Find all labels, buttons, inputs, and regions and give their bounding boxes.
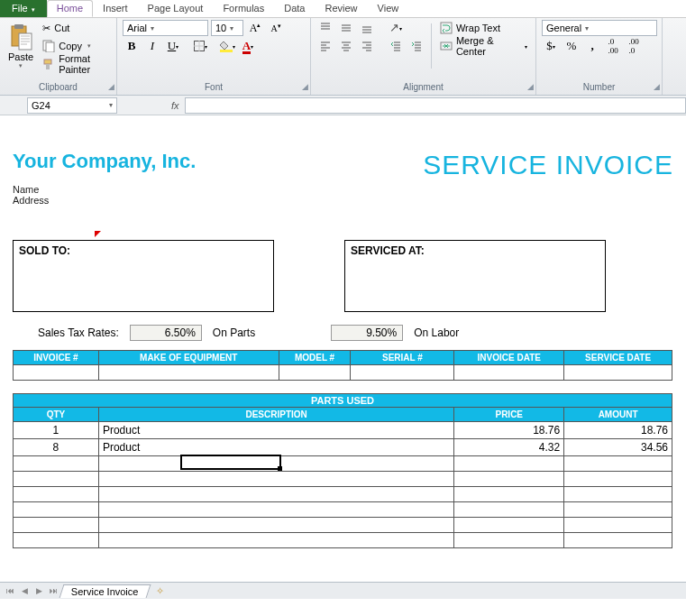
col-invoice: INVOICE # — [14, 351, 99, 365]
wrap-text-label: Wrap Text — [456, 23, 500, 33]
tax-labor-cell[interactable]: 9.50% — [331, 325, 403, 341]
font-size-dropdown[interactable]: 10▾ — [211, 20, 243, 36]
align-bottom-icon — [361, 23, 372, 33]
paste-label: Paste — [8, 51, 33, 62]
tab-insert[interactable]: Insert — [93, 0, 138, 17]
col-desc: DESCRIPTION — [99, 408, 454, 422]
col-amount: AMOUNT — [564, 408, 672, 422]
tab-formulas[interactable]: Formulas — [213, 0, 274, 17]
fill-color-button[interactable]: ▾ — [218, 38, 236, 54]
table-row[interactable]: 8 Product 4.32 34.56 — [14, 439, 672, 456]
new-sheet-button[interactable]: ✧ — [156, 585, 164, 597]
decrease-indent-button[interactable] — [387, 38, 405, 54]
accounting-format-button[interactable]: $▾ — [542, 38, 560, 54]
number-launcher[interactable]: ◢ — [649, 82, 660, 93]
number-format-dropdown[interactable]: General▾ — [542, 20, 657, 36]
align-center-icon — [341, 41, 352, 51]
align-right-button[interactable] — [358, 38, 376, 54]
decrease-decimal-icon: .00.0 — [628, 37, 638, 55]
font-size-value: 10 — [215, 23, 226, 33]
wrap-text-button[interactable]: Wrap Text — [437, 20, 530, 36]
clipboard-launcher[interactable]: ◢ — [104, 82, 114, 93]
font-name-dropdown[interactable]: Arial▾ — [123, 20, 208, 36]
cell-amount[interactable]: 18.76 — [564, 422, 672, 439]
borders-button[interactable]: ▾ — [191, 38, 209, 54]
nav-first-icon[interactable]: ⏮ — [4, 584, 16, 597]
table-row[interactable]: 1 Product 18.76 18.76 — [14, 422, 672, 439]
cell-price[interactable]: 18.76 — [454, 422, 564, 439]
tab-home[interactable]: Home — [47, 0, 93, 17]
increase-indent-button[interactable] — [407, 38, 425, 54]
tax-rates-label: Sales Tax Rates: — [38, 326, 119, 339]
fill-handle[interactable] — [278, 466, 282, 471]
nav-prev-icon[interactable]: ◀ — [18, 584, 31, 597]
svg-rect-5 — [44, 60, 51, 64]
table-row[interactable] — [14, 518, 672, 533]
alignment-launcher[interactable]: ◢ — [523, 82, 534, 93]
tab-review[interactable]: Review — [315, 0, 367, 17]
shrink-font-button[interactable]: A▾ — [267, 20, 285, 36]
worksheet[interactable]: Your Company, Inc. SERVICE INVOICE Name … — [0, 115, 686, 599]
merge-center-icon — [440, 40, 453, 52]
cell-price[interactable]: 4.32 — [454, 439, 564, 456]
nav-last-icon[interactable]: ⏭ — [47, 584, 59, 597]
format-painter-button[interactable]: Format Painter — [40, 56, 111, 72]
sold-to-label: SOLD TO: — [19, 244, 70, 257]
table-row[interactable] — [14, 456, 672, 472]
info-row[interactable] — [14, 365, 672, 381]
name-box[interactable]: G24▾ — [27, 97, 117, 114]
align-left-button[interactable] — [316, 38, 334, 54]
merge-center-button[interactable]: Merge & Center▾ — [437, 38, 530, 54]
increase-indent-icon — [411, 41, 422, 51]
col-make: MAKE OF EQUIPMENT — [99, 351, 279, 365]
increase-decimal-button[interactable]: .0.00 — [604, 38, 622, 54]
decrease-decimal-button[interactable]: .00.0 — [625, 38, 643, 54]
bold-button[interactable]: B — [123, 38, 141, 54]
serviced-at-box[interactable]: SERVICED AT: — [344, 240, 606, 312]
selection-cursor — [180, 455, 281, 470]
align-right-icon — [361, 41, 372, 51]
svg-rect-8 — [220, 50, 233, 52]
tab-view[interactable]: View — [368, 0, 409, 17]
comma-button[interactable]: , — [583, 38, 601, 54]
tab-page-layout[interactable]: Page Layout — [138, 0, 214, 17]
address-label: Address — [13, 195, 673, 206]
align-bottom-button[interactable] — [358, 20, 376, 36]
align-top-button[interactable] — [316, 20, 334, 36]
table-row[interactable] — [14, 533, 672, 548]
tab-data[interactable]: Data — [274, 0, 315, 17]
cell-qty[interactable]: 8 — [14, 439, 99, 456]
underline-button[interactable]: U▾ — [164, 38, 182, 54]
italic-button[interactable]: I — [143, 38, 161, 54]
align-center-button[interactable] — [337, 38, 355, 54]
copy-button[interactable]: Copy▾ — [40, 38, 111, 54]
paste-icon — [9, 24, 32, 51]
nav-next-icon[interactable]: ▶ — [32, 584, 45, 597]
tax-parts-cell[interactable]: 6.50% — [130, 325, 202, 341]
sold-to-box[interactable]: SOLD TO: — [13, 240, 274, 312]
table-row[interactable] — [14, 502, 672, 518]
format-painter-label: Format Painter — [59, 53, 108, 75]
svg-rect-6 — [46, 64, 50, 69]
borders-icon — [194, 41, 205, 51]
paste-button[interactable]: Paste ▾ — [5, 20, 36, 74]
percent-button[interactable]: % — [563, 38, 581, 54]
on-parts-label: On Parts — [213, 326, 255, 339]
tab-file[interactable]: File — [0, 0, 47, 17]
font-launcher[interactable]: ◢ — [297, 82, 308, 93]
italic-icon: I — [151, 39, 154, 53]
orientation-button[interactable]: ↗▾ — [387, 20, 405, 36]
cell-qty[interactable]: 1 — [14, 422, 99, 439]
fx-icon[interactable]: fx — [171, 100, 179, 111]
formula-input[interactable] — [185, 97, 686, 114]
cut-button[interactable]: ✂Cut — [40, 20, 111, 36]
align-middle-button[interactable] — [337, 20, 355, 36]
font-color-button[interactable]: A▾ — [239, 38, 257, 54]
table-row[interactable] — [14, 487, 672, 502]
sheet-tab[interactable]: Service Invoice — [59, 584, 151, 598]
copy-icon — [42, 40, 55, 52]
cell-amount[interactable]: 34.56 — [564, 439, 672, 456]
cell-desc[interactable]: Product — [99, 422, 454, 439]
grow-font-button[interactable]: A▴ — [246, 20, 264, 36]
table-row[interactable] — [14, 472, 672, 487]
